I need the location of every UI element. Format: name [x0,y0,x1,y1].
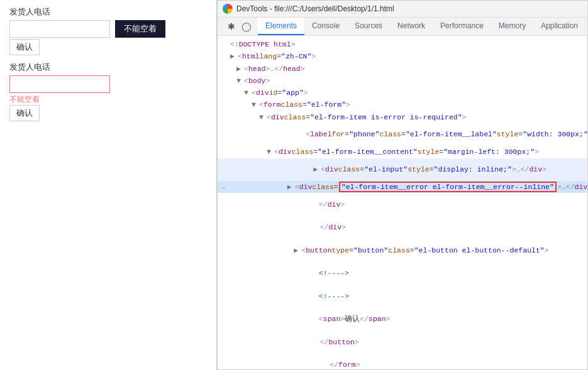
tab-memory[interactable]: Memory [491,18,533,35]
section1-confirm-button[interactable]: 确认 [9,39,40,55]
section2-confirm-button[interactable]: 确认 [9,105,40,121]
devtools-titlebar: DevTools - file:///C:/Users/dell/Desktop… [218,1,587,18]
code-line-button1: ▶<button type="button" class="el-button … [218,239,587,262]
tab-performance[interactable]: Performance [433,18,491,35]
code-line-head: ▶<head>…</head> [218,63,587,75]
devtools-title: DevTools - file:///C:/Users/dell/Desktop… [236,4,394,13]
code-line-div-form-item1: ▼<div class="el-form-item is-error is-re… [218,111,587,123]
form-section-2: 发货人电话 不能空着 确认 [9,62,207,121]
code-line-span-confirm1: <span>确认</span> [218,308,587,331]
left-panel: 发货人电话 不能空着 确认 发货人电话 不能空着 确认 [0,0,217,370]
tab-console[interactable]: Console [304,18,347,35]
form-section-1: 发货人电话 不能空着 确认 [9,6,207,55]
tab-sources[interactable]: Sources [347,18,390,35]
code-line-comment1a: <!----> [218,262,587,285]
code-line-form1-close: </form> [218,354,587,369]
code-line-label1: <label for="phone" class="el-form-item__… [218,123,587,146]
section1-label: 发货人电话 [9,6,207,18]
code-area[interactable]: <!DOCTYPE html> ▶<html lang="zh-CN"> ▶<h… [218,36,587,369]
tab-icons: ✱ ◯ [223,18,255,35]
tab-elements[interactable]: Elements [258,18,304,35]
code-line-doctype: <!DOCTYPE html> [218,38,587,50]
code-line-el-error1: … ▶<div class="el-form-item__error el-fo… [218,181,587,193]
section2-input[interactable] [9,75,110,93]
section1-row: 不能空着 [9,20,207,38]
section2-label: 发货人电话 [9,62,207,73]
section2-error-msg: 不能空着 [9,94,207,105]
tab-network[interactable]: Network [390,18,433,35]
code-line-comment1b: <!----> [218,285,587,308]
section2-row [9,75,207,93]
code-line-body-open: ▼<body> [218,75,587,87]
code-line-form1: ▼<form class="el-form"> [218,99,587,111]
code-line-div-close1: </div> [218,193,587,216]
tab-application[interactable]: Application [533,18,585,35]
devtools-panel: DevTools - file:///C:/Users/dell/Desktop… [217,0,588,370]
code-line-button1-close: </button> [218,330,587,354]
code-line-el-input1: ▶<div class="el-input" style="display: i… [218,158,587,182]
code-line-html: ▶<html lang="zh-CN"> [218,50,587,62]
section1-error-button[interactable]: 不能空着 [115,20,165,38]
cursor-icon-btn[interactable]: ✱ [225,20,238,33]
device-icon-btn[interactable]: ◯ [240,20,253,33]
code-line-div-content1: ▼<div class="el-form-item__content" styl… [218,146,587,158]
section1-input[interactable] [9,20,110,38]
code-line-div-formitem-close1: </div> [218,216,587,239]
chrome-icon [223,4,233,14]
code-line-div-app: ▼<div id="app"> [218,87,587,99]
devtools-tabs: ✱ ◯ Elements Console Sources Network Per… [218,18,587,36]
